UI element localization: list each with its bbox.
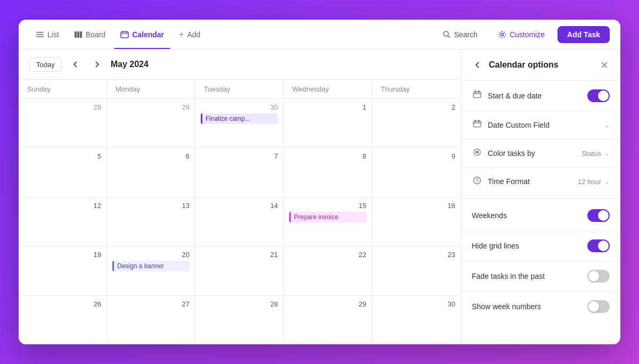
svg-point-12	[501, 33, 503, 36]
cell-19-may[interactable]: 19	[19, 246, 107, 295]
option-hide-grid-lines: Hide grid lines	[461, 231, 620, 261]
time-format-label: Time Format	[488, 177, 530, 186]
cell-1-may[interactable]: 1	[284, 99, 372, 147]
cell-20-may[interactable]: 20 Design a banner	[107, 246, 195, 295]
toolbar: List Board Calendar +	[19, 20, 620, 49]
cell-6-may[interactable]: 6	[107, 148, 195, 196]
cell-5-may[interactable]: 5	[19, 148, 107, 196]
svg-rect-18	[479, 91, 480, 93]
start-due-date-toggle[interactable]	[587, 89, 610, 102]
search-button[interactable]: Search	[435, 27, 485, 43]
option-left-week-numbers: Show week numbers	[472, 302, 541, 311]
task-finalize-camp[interactable]: Finalize camp...	[201, 113, 278, 124]
svg-rect-4	[77, 31, 79, 38]
task-design-banner[interactable]: Design a banner	[112, 261, 190, 271]
cell-15-may[interactable]: 15 Prepare invoice	[284, 197, 372, 246]
cell-22-may[interactable]: 22	[284, 246, 372, 295]
svg-rect-0	[36, 32, 44, 33]
calendar-rows: 28 29 30 Finalize camp... 1	[19, 99, 461, 344]
cell-12-may[interactable]: 12	[19, 197, 107, 246]
back-button[interactable]	[472, 59, 484, 71]
color-tasks-chevron-icon: ⌄	[604, 150, 610, 157]
date-custom-field-label: Date Custom Field	[488, 121, 550, 129]
nav-item-add[interactable]: + Add	[173, 27, 207, 43]
calendar-week-2: 5 6 7 8 9	[19, 148, 461, 197]
option-weekends: Weekends	[461, 201, 620, 231]
calendar-week-1: 28 29 30 Finalize camp... 1	[19, 99, 461, 148]
next-month-button[interactable]	[89, 57, 104, 72]
day-header-sun: Sunday	[19, 80, 107, 98]
option-right-color-tasks: Status ⌄	[581, 150, 610, 158]
main-content: Today May 2024 Sunday Mond	[19, 49, 620, 344]
svg-rect-5	[80, 31, 82, 38]
option-right-date-custom: ⌄	[604, 121, 610, 129]
weekends-label: Weekends	[472, 211, 507, 220]
show-week-numbers-label: Show week numbers	[472, 302, 541, 311]
cell-7-may[interactable]: 7	[195, 148, 284, 196]
cell-13-may[interactable]: 13	[107, 197, 195, 246]
option-time-format[interactable]: Time Format 12 hour ⌄	[461, 168, 620, 196]
cell-26-may[interactable]: 26	[19, 296, 107, 344]
toolbar-right: Search Customize Add Task	[435, 26, 610, 43]
prev-month-button[interactable]	[68, 57, 83, 72]
calendar-week-5: 26 27 28 29 30	[19, 296, 461, 344]
hide-grid-lines-label: Hide grid lines	[472, 242, 519, 250]
gear-icon	[498, 30, 506, 39]
color-tasks-value: Status	[581, 150, 601, 158]
fade-tasks-toggle[interactable]	[587, 270, 610, 283]
panel-header-left: Calendar options	[472, 59, 559, 71]
option-right-hide-grid	[587, 239, 610, 252]
app-window: List Board Calendar +	[19, 20, 620, 344]
calendar-nav: Today May 2024	[19, 49, 461, 80]
nav-calendar-label: Calendar	[132, 30, 164, 39]
cell-2-may[interactable]: 2	[372, 99, 461, 147]
close-panel-button[interactable]	[599, 60, 610, 70]
cell-29-apr[interactable]: 29	[107, 99, 195, 147]
color-tasks-by-label: Color tasks by	[488, 149, 535, 158]
weekends-toggle[interactable]	[587, 209, 610, 222]
add-task-button[interactable]: Add Task	[558, 26, 610, 43]
svg-rect-21	[475, 120, 476, 122]
day-header-wed: Wednesday	[284, 80, 372, 98]
day-header-mon: Monday	[107, 80, 195, 98]
svg-line-11	[448, 36, 450, 38]
cell-16-may[interactable]: 16	[372, 197, 461, 246]
cell-30-may[interactable]: 30	[372, 296, 461, 344]
nav-item-list[interactable]: List	[29, 27, 65, 42]
calendar-week-4: 19 20 Design a banner 21 22	[19, 246, 461, 295]
option-date-custom-field[interactable]: Date Custom Field ⌄	[461, 111, 620, 139]
cell-28-may[interactable]: 28	[195, 296, 284, 344]
task-prepare-invoice[interactable]: Prepare invoice	[289, 212, 366, 222]
calendar-options-panel: Calendar options	[461, 49, 620, 344]
cell-8-may[interactable]: 8	[284, 148, 372, 196]
today-button[interactable]: Today	[29, 57, 62, 72]
cell-28-apr[interactable]: 28	[19, 99, 107, 147]
cell-27-may[interactable]: 27	[107, 296, 195, 344]
option-right-time-format: 12 hour ⌄	[578, 178, 610, 186]
calendar-small-icon	[472, 90, 482, 101]
cell-29-may[interactable]: 29	[284, 296, 372, 344]
list-icon	[36, 30, 44, 39]
nav-item-calendar[interactable]: Calendar	[114, 27, 170, 42]
customize-button[interactable]: Customize	[490, 27, 552, 43]
option-left-fade-tasks: Fade tasks in the past	[472, 272, 545, 280]
nav-item-board[interactable]: Board	[68, 27, 112, 42]
option-start-due-date: Start & due date	[461, 81, 620, 111]
show-week-numbers-toggle[interactable]	[587, 300, 610, 313]
option-color-tasks-by[interactable]: Color tasks by Status ⌄	[461, 139, 620, 168]
option-right-weekends	[587, 209, 610, 222]
cell-14-may[interactable]: 14	[195, 197, 284, 246]
calendar-week-3: 12 13 14 15 Prepare invoice	[19, 197, 461, 246]
calendar-nav-icon	[120, 30, 129, 39]
cell-9-may[interactable]: 9	[372, 148, 461, 196]
fade-tasks-label: Fade tasks in the past	[472, 272, 545, 280]
cell-23-may[interactable]: 23	[372, 246, 461, 295]
time-format-chevron-icon: ⌄	[604, 178, 610, 185]
cell-30-apr[interactable]: 30 Finalize camp...	[195, 99, 284, 147]
cell-21-may[interactable]: 21	[195, 246, 284, 295]
date-custom-chevron-icon: ⌄	[604, 121, 610, 129]
option-fade-tasks-past: Fade tasks in the past	[461, 261, 620, 292]
panel-title: Calendar options	[489, 60, 559, 70]
svg-rect-19	[473, 121, 481, 127]
hide-grid-lines-toggle[interactable]	[587, 239, 610, 252]
